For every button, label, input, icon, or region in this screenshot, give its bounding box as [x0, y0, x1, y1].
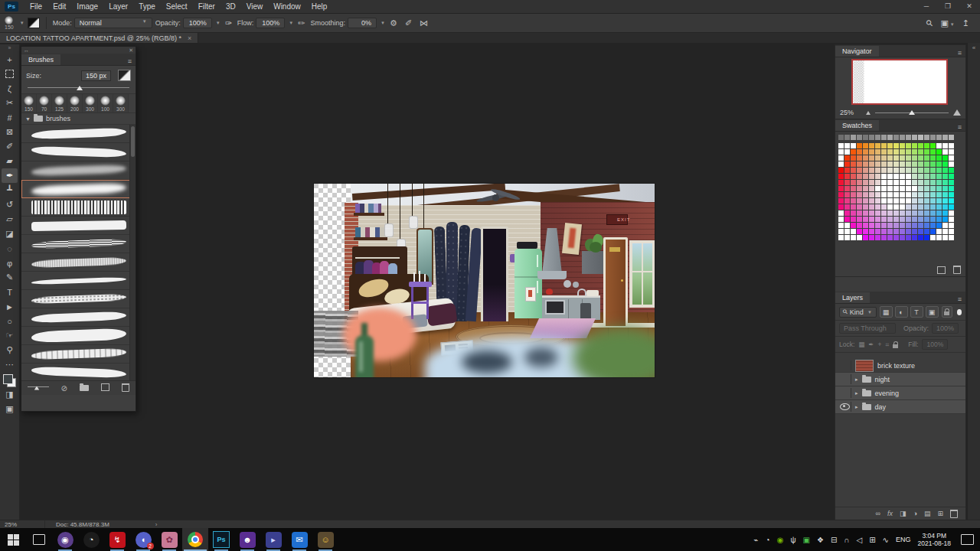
swatch[interactable]	[936, 143, 942, 148]
swatch[interactable]	[936, 198, 942, 204]
taskbar-app-movies-app[interactable]: ▸	[260, 528, 286, 551]
close-button[interactable]: ✕	[959, 0, 980, 13]
swatch[interactable]	[906, 229, 911, 234]
swatch[interactable]	[949, 161, 954, 167]
layer-filter-icon[interactable]: ▦	[880, 306, 893, 318]
taskbar-app-game-pink[interactable]: ✿	[156, 528, 182, 551]
swatch[interactable]	[893, 198, 899, 204]
layer-mask-icon[interactable]: ◨	[900, 510, 906, 517]
swatch[interactable]	[881, 174, 887, 179]
swatch[interactable]	[936, 210, 942, 216]
swatch[interactable]	[942, 204, 948, 210]
swatch[interactable]	[887, 161, 893, 167]
swatch[interactable]	[881, 135, 887, 140]
swatch[interactable]	[857, 149, 862, 155]
chevron-down-icon[interactable]: ▼	[381, 21, 385, 25]
chevron-down-icon[interactable]: ▼	[25, 116, 31, 122]
swatch[interactable]	[881, 180, 887, 185]
layer-filter-icon[interactable]: ◐	[895, 306, 908, 318]
swatch[interactable]	[949, 229, 954, 234]
swatch[interactable]	[844, 149, 850, 155]
search-icon[interactable]: ⚲	[924, 18, 936, 29]
swatch[interactable]	[844, 155, 850, 161]
menu-help[interactable]: Help	[306, 0, 333, 13]
marquee-tool[interactable]	[2, 67, 18, 81]
fill-field[interactable]: 100%	[922, 339, 948, 350]
swatch[interactable]	[930, 204, 936, 210]
swatch[interactable]	[869, 217, 874, 222]
swatch[interactable]	[949, 186, 954, 191]
swatch[interactable]	[857, 217, 862, 222]
tray-icon[interactable]: ∿	[883, 536, 889, 544]
menu-window[interactable]: Window	[268, 0, 306, 13]
swatch[interactable]	[942, 235, 948, 240]
swatch[interactable]	[869, 223, 874, 228]
swatch[interactable]	[838, 198, 844, 204]
swatch[interactable]	[887, 186, 893, 191]
swatch[interactable]	[930, 229, 936, 234]
collapsed-dock-strip[interactable]: «	[967, 43, 980, 520]
swatch[interactable]	[900, 223, 905, 228]
lock-all-icon[interactable]	[893, 344, 898, 348]
delete-brush-icon[interactable]	[122, 383, 129, 393]
swatch[interactable]	[912, 186, 917, 191]
swatch[interactable]	[924, 186, 929, 191]
swatch[interactable]	[924, 235, 929, 240]
taskbar-app-obs-studio[interactable]: ◔	[78, 528, 104, 551]
navigator-zoom-slider[interactable]	[875, 112, 949, 113]
menu-filter[interactable]: Filter	[193, 0, 220, 13]
swatch[interactable]	[863, 149, 868, 155]
swatch[interactable]	[949, 210, 954, 216]
swatch[interactable]	[900, 217, 905, 222]
expand-group-icon[interactable]: ▸	[855, 390, 858, 396]
history-brush-tool[interactable]: ↺	[2, 197, 18, 212]
layer-opacity-field[interactable]: 100%	[932, 323, 959, 334]
swatch[interactable]	[863, 161, 868, 167]
swatch[interactable]	[863, 143, 868, 148]
brush-stroke-item[interactable]	[21, 161, 136, 180]
swatch[interactable]	[887, 135, 893, 140]
lock-artboard-icon[interactable]: ⌗	[885, 341, 889, 349]
swatch[interactable]	[893, 135, 899, 140]
swatch[interactable]	[869, 161, 874, 167]
layer-filter-icon[interactable]: T	[910, 306, 923, 318]
swatch[interactable]	[942, 217, 948, 222]
swatch[interactable]	[869, 143, 874, 148]
swatch[interactable]	[851, 223, 856, 228]
swatch[interactable]	[875, 149, 880, 155]
tray-icon[interactable]: ⊞	[869, 536, 875, 544]
swatch[interactable]	[900, 143, 905, 148]
swatch[interactable]	[912, 174, 917, 179]
swatch[interactable]	[893, 217, 899, 222]
swatch[interactable]	[838, 135, 844, 140]
swatch[interactable]	[851, 155, 856, 161]
zoom-out-icon[interactable]	[866, 111, 871, 115]
swatch[interactable]	[949, 155, 954, 161]
swatch[interactable]	[912, 168, 917, 173]
swatch[interactable]	[906, 217, 911, 222]
swatch[interactable]	[936, 204, 942, 210]
swatch[interactable]	[906, 223, 911, 228]
menu-view[interactable]: View	[241, 0, 269, 13]
swatch[interactable]	[887, 223, 893, 228]
brush-stroke-item[interactable]	[21, 272, 136, 290]
swatch[interactable]	[893, 186, 899, 191]
preview-size-slider[interactable]	[28, 384, 49, 392]
swatch[interactable]	[838, 143, 844, 148]
tray-icon[interactable]: ψ	[790, 536, 795, 544]
swatch[interactable]	[949, 223, 954, 228]
swatch[interactable]	[875, 155, 880, 161]
swatch[interactable]	[863, 180, 868, 185]
swatch[interactable]	[893, 192, 899, 197]
swatch[interactable]	[949, 217, 954, 222]
swatch[interactable]	[881, 217, 887, 222]
swatch[interactable]	[851, 143, 856, 148]
symmetry-icon[interactable]: ⋈	[417, 18, 430, 28]
swatch[interactable]	[893, 174, 899, 179]
shape-tool[interactable]: ○	[2, 314, 18, 328]
swatch[interactable]	[844, 217, 850, 222]
swatch[interactable]	[942, 223, 948, 228]
slider-thumb[interactable]	[909, 110, 915, 115]
swatch[interactable]	[838, 186, 844, 191]
swatch[interactable]	[887, 149, 893, 155]
